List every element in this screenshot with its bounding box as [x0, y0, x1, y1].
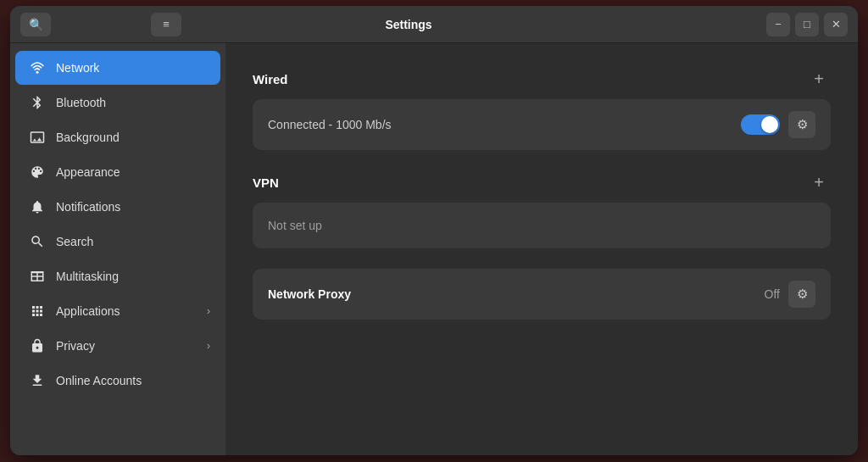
applications-icon	[29, 303, 46, 320]
proxy-label: Network Proxy	[268, 287, 351, 301]
online-accounts-icon	[29, 372, 46, 389]
notifications-icon	[29, 198, 46, 215]
wired-connection-card: Connected - 1000 Mb/s ⚙	[253, 99, 831, 150]
privacy-chevron-icon: ›	[207, 340, 210, 352]
gear-icon: ⚙	[797, 117, 808, 132]
wired-card-controls: ⚙	[741, 111, 815, 138]
sidebar-item-privacy-label: Privacy	[56, 339, 95, 353]
background-icon	[29, 129, 46, 146]
proxy-controls: Off ⚙	[765, 281, 815, 308]
bluetooth-icon	[29, 94, 46, 111]
wired-settings-button[interactable]: ⚙	[788, 111, 815, 138]
sidebar-item-bluetooth[interactable]: Bluetooth	[15, 86, 220, 120]
sidebar-item-privacy[interactable]: Privacy ›	[15, 329, 220, 363]
sidebar-item-search-label: Search	[56, 235, 93, 248]
sidebar-item-background[interactable]: Background	[15, 120, 220, 154]
close-button[interactable]: ✕	[824, 13, 848, 36]
minimize-button[interactable]: −	[766, 13, 790, 36]
main-content: Wired + Connected - 1000 Mb/s ⚙ VPN	[225, 43, 858, 455]
proxy-settings-button[interactable]: ⚙	[788, 281, 815, 308]
sidebar: Network Bluetooth Background	[10, 43, 225, 455]
vpn-section: VPN + Not set up	[253, 170, 831, 248]
sidebar-item-notifications-label: Notifications	[56, 200, 120, 214]
vpn-section-title: VPN	[253, 175, 279, 190]
sidebar-item-multitasking[interactable]: Multitasking	[15, 259, 220, 293]
wired-section-title: Wired	[253, 72, 288, 86]
proxy-status-text: Off	[765, 287, 780, 301]
multitasking-icon	[29, 268, 46, 285]
titlebar-search-button[interactable]: 🔍	[20, 13, 51, 36]
applications-chevron-icon: ›	[207, 305, 210, 317]
sidebar-item-background-label: Background	[56, 131, 120, 144]
wired-add-button[interactable]: +	[807, 67, 831, 91]
sidebar-item-appearance-label: Appearance	[56, 165, 120, 179]
window-controls: − □ ✕	[766, 13, 848, 36]
sidebar-item-network-label: Network	[56, 61, 99, 75]
svg-point-0	[36, 71, 39, 74]
vpn-status-text: Not set up	[268, 219, 322, 232]
sidebar-item-appearance[interactable]: Appearance	[15, 155, 220, 189]
content-area: Network Bluetooth Background	[10, 43, 858, 455]
sidebar-item-bluetooth-label: Bluetooth	[56, 96, 106, 109]
settings-window: 🔍 ≡ Settings − □ ✕	[10, 6, 858, 455]
proxy-section: Network Proxy Off ⚙	[253, 269, 831, 320]
proxy-card[interactable]: Network Proxy Off ⚙	[253, 269, 831, 320]
vpn-add-button[interactable]: +	[807, 170, 831, 194]
sidebar-item-online-accounts-label: Online Accounts	[56, 374, 142, 387]
vpn-status-card: Not set up	[253, 203, 831, 248]
titlebar-menu-button[interactable]: ≡	[151, 13, 181, 36]
maximize-button[interactable]: □	[795, 13, 819, 36]
appearance-icon	[29, 164, 46, 181]
search-sidebar-icon	[29, 233, 46, 250]
privacy-icon	[29, 337, 46, 354]
wired-status-text: Connected - 1000 Mb/s	[268, 118, 392, 131]
network-icon	[29, 59, 46, 76]
sidebar-item-network[interactable]: Network	[15, 51, 220, 85]
sidebar-item-notifications[interactable]: Notifications	[15, 190, 220, 224]
search-icon: 🔍	[29, 18, 43, 31]
sidebar-item-applications-label: Applications	[56, 304, 120, 318]
sidebar-item-search[interactable]: Search	[15, 225, 220, 259]
sidebar-item-multitasking-label: Multitasking	[56, 270, 119, 283]
titlebar: 🔍 ≡ Settings − □ ✕	[10, 6, 858, 43]
vpn-section-header: VPN +	[253, 170, 831, 194]
menu-icon: ≡	[163, 18, 170, 31]
wired-section: Wired + Connected - 1000 Mb/s ⚙	[253, 67, 831, 150]
wired-section-header: Wired +	[253, 67, 831, 91]
sidebar-item-applications[interactable]: Applications ›	[15, 294, 220, 328]
sidebar-item-online-accounts[interactable]: Online Accounts	[15, 364, 220, 398]
wired-toggle[interactable]	[741, 114, 780, 135]
proxy-gear-icon: ⚙	[797, 287, 808, 302]
